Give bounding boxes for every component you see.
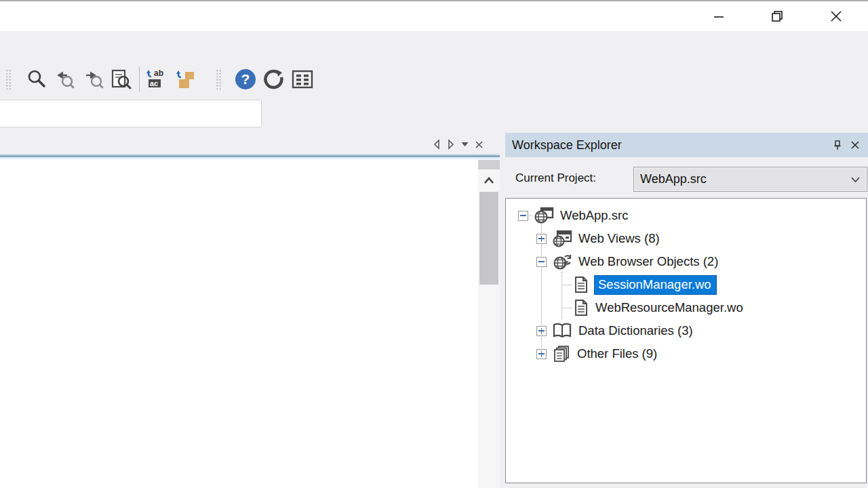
grid-button[interactable] bbox=[290, 66, 315, 93]
scroll-tabs-left-button[interactable] bbox=[433, 139, 441, 150]
tree-item-label[interactable]: Web Browser Objects (2) bbox=[578, 254, 718, 269]
search-next-button[interactable] bbox=[81, 66, 106, 93]
collapse-expander-icon[interactable] bbox=[536, 257, 547, 267]
restore-button[interactable] bbox=[762, 4, 792, 28]
window-titlebar bbox=[0, 0, 868, 31]
find-input[interactable] bbox=[0, 100, 262, 127]
tab-navigation bbox=[433, 136, 500, 153]
close-panel-button[interactable] bbox=[846, 136, 864, 154]
close-tab-button[interactable] bbox=[475, 140, 484, 149]
document-icon bbox=[574, 299, 589, 317]
expand-expander-icon[interactable] bbox=[536, 326, 547, 336]
expand-expander-icon[interactable] bbox=[536, 349, 547, 359]
project-tree: WebApp.src Web Views (8) bbox=[505, 198, 867, 483]
grid-icon bbox=[291, 68, 314, 90]
replace-button[interactable]: ab ac bbox=[145, 66, 170, 93]
statistics-button[interactable] bbox=[262, 66, 286, 93]
application-window: ab ac ? bbox=[0, 0, 868, 488]
restore-icon bbox=[770, 9, 784, 23]
svg-text:ab: ab bbox=[154, 68, 163, 78]
web-browser-objects-icon bbox=[552, 252, 572, 271]
current-project-value: WebApp.src bbox=[634, 172, 850, 186]
scrollbar-corner bbox=[478, 160, 500, 169]
workspace-explorer-titlebar[interactable]: Workspace Explorer bbox=[505, 133, 868, 157]
tree-row[interactable]: Web Browser Objects (2) bbox=[506, 250, 718, 273]
replace-in-files-icon bbox=[174, 68, 198, 91]
search-next-icon bbox=[82, 68, 105, 90]
tree-item-label[interactable]: Web Views (8) bbox=[578, 231, 660, 246]
scrollbar-thumb[interactable] bbox=[479, 192, 498, 285]
collapse-expander-icon[interactable] bbox=[518, 211, 528, 221]
expand-expander-icon[interactable] bbox=[536, 234, 547, 244]
scroll-up-button[interactable] bbox=[478, 171, 500, 190]
chevron-down-icon bbox=[850, 176, 867, 183]
tree-row[interactable]: SessionManager.wo bbox=[506, 273, 717, 296]
document-accent-line bbox=[0, 154, 500, 159]
tree-row[interactable]: WebApp.src bbox=[506, 204, 628, 227]
tree-row[interactable]: WebResourceManager.wo bbox=[506, 296, 743, 319]
web-views-icon bbox=[552, 229, 572, 248]
current-project-dropdown[interactable]: WebApp.src bbox=[633, 167, 867, 192]
tree-row[interactable]: Data Dictionaries (3) bbox=[506, 319, 693, 342]
tree-item-label[interactable]: WebApp.src bbox=[560, 208, 628, 223]
minimize-button[interactable] bbox=[704, 4, 734, 28]
replace-in-files-button[interactable] bbox=[174, 66, 198, 93]
find-in-document-icon bbox=[109, 68, 132, 91]
tree-item-label[interactable]: WebResourceManager.wo bbox=[595, 300, 743, 315]
tree-item-label[interactable]: Data Dictionaries (3) bbox=[578, 323, 693, 338]
statistics-icon bbox=[263, 68, 285, 90]
tab-list-dropdown-icon bbox=[461, 142, 469, 147]
search-button[interactable] bbox=[24, 66, 49, 93]
close-icon bbox=[850, 140, 860, 150]
document-editor[interactable] bbox=[0, 159, 478, 488]
toolbar: ab ac ? bbox=[0, 64, 502, 95]
tree-row[interactable]: Web Views (8) bbox=[506, 227, 660, 250]
pin-panel-button[interactable] bbox=[829, 136, 846, 154]
search-previous-icon bbox=[54, 68, 77, 90]
chevron-up-icon bbox=[484, 177, 494, 184]
tree-item-label[interactable]: Other Files (9) bbox=[577, 346, 657, 361]
search-previous-button[interactable] bbox=[53, 66, 77, 93]
find-in-document-button[interactable] bbox=[108, 66, 133, 93]
svg-text:ac: ac bbox=[150, 79, 158, 87]
close-tab-icon bbox=[475, 140, 484, 149]
panel-title: Workspace Explorer bbox=[505, 138, 829, 152]
tab-list-dropdown-button[interactable] bbox=[461, 142, 469, 147]
document-icon bbox=[574, 276, 589, 293]
toolbar-grip[interactable] bbox=[5, 69, 12, 89]
help-icon: ? bbox=[235, 69, 256, 89]
book-icon bbox=[552, 322, 572, 340]
current-project-label: Current Project: bbox=[515, 171, 596, 185]
scroll-tabs-left-icon bbox=[433, 139, 441, 150]
replace-icon: ab ac bbox=[145, 68, 170, 91]
close-icon bbox=[829, 9, 843, 23]
web-project-icon bbox=[534, 206, 554, 225]
toolbar-separator bbox=[139, 66, 140, 92]
minimize-icon bbox=[713, 10, 725, 22]
close-button[interactable] bbox=[821, 4, 851, 28]
scroll-tabs-right-icon bbox=[447, 139, 455, 150]
help-button[interactable]: ? bbox=[233, 66, 258, 93]
search-icon bbox=[26, 68, 47, 90]
pin-icon bbox=[832, 140, 843, 150]
files-icon bbox=[552, 345, 571, 363]
scroll-tabs-right-button[interactable] bbox=[447, 139, 455, 150]
toolbar-grip[interactable] bbox=[216, 69, 222, 89]
tree-row[interactable]: Other Files (9) bbox=[506, 342, 657, 365]
tree-item-label-selected[interactable]: SessionManager.wo bbox=[594, 275, 717, 295]
vertical-scrollbar[interactable] bbox=[478, 159, 500, 488]
